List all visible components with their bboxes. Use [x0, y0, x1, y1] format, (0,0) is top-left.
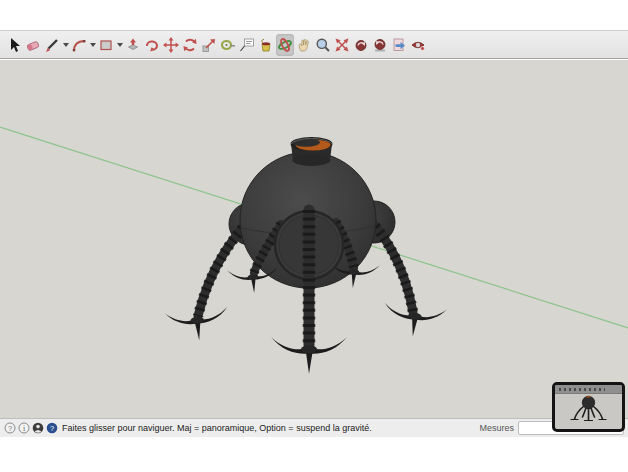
paint-bucket-tool-button[interactable]	[257, 34, 275, 56]
follow-me-tool-button[interactable]	[143, 34, 161, 56]
help-outline-icon[interactable]: ?	[4, 422, 16, 434]
rectangle-icon	[98, 37, 114, 53]
orbit-tool-button[interactable]	[276, 34, 294, 56]
top-hatch	[291, 137, 333, 166]
rotate-icon	[182, 37, 198, 53]
previous-view-icon	[353, 37, 369, 53]
zoom-extents-tool-button[interactable]	[333, 34, 351, 56]
preview-mini-robot	[555, 394, 622, 427]
help-filled-icon[interactable]: ?	[46, 422, 58, 434]
preview-thumbnail-titlebar	[555, 385, 622, 394]
push-pull-icon	[125, 37, 141, 53]
status-message: Faites glisser pour naviguer. Maj = pano…	[62, 423, 372, 433]
info-outline-icon[interactable]: i	[18, 422, 30, 434]
arc-tool-dropdown[interactable]	[89, 34, 96, 56]
arc-tool-button[interactable]	[70, 34, 88, 56]
zoom-magnifier-icon	[315, 37, 331, 53]
sketchup-window: ? i ? Faites glisser pour naviguer. Maj …	[0, 0, 628, 472]
zoom-tool-button[interactable]	[314, 34, 332, 56]
preview-thumbnail-window[interactable]	[552, 382, 625, 432]
spider-robot-model	[165, 137, 447, 374]
main-toolbar	[0, 30, 628, 59]
scale-icon	[201, 37, 217, 53]
orbit-icon	[277, 37, 293, 53]
pan-tool-button[interactable]	[295, 34, 313, 56]
push-pull-tool-button[interactable]	[124, 34, 142, 56]
follow-me-icon	[144, 37, 160, 53]
pan-hand-icon	[296, 37, 312, 53]
previous-view-button[interactable]	[352, 34, 370, 56]
get-models-button[interactable]	[390, 34, 408, 56]
rotate-tool-button[interactable]	[181, 34, 199, 56]
share-model-button[interactable]	[409, 34, 427, 56]
status-bar: ? i ? Faites glisser pour naviguer. Maj …	[0, 418, 628, 437]
arc-icon	[71, 37, 87, 53]
modeling-viewport[interactable]	[0, 60, 628, 418]
text-label-tool-button[interactable]	[238, 34, 256, 56]
share-model-icon	[410, 37, 426, 53]
status-icons: ? i ?	[0, 422, 62, 434]
tape-measure-tool-button[interactable]	[219, 34, 237, 56]
scale-tool-button[interactable]	[200, 34, 218, 56]
rectangle-tool-dropdown[interactable]	[116, 34, 123, 56]
scene-canvas[interactable]	[0, 60, 628, 418]
select-arrow-icon	[6, 37, 22, 53]
line-tool-button[interactable]	[43, 34, 61, 56]
paint-bucket-icon	[258, 37, 274, 53]
measurements-label: Mesures	[479, 423, 514, 433]
eraser-icon	[25, 37, 41, 53]
zoom-extents-icon	[334, 37, 350, 53]
move-icon	[163, 37, 179, 53]
tape-measure-icon	[220, 37, 236, 53]
svg-text:?: ?	[50, 424, 54, 433]
select-tool-button[interactable]	[5, 34, 23, 56]
move-tool-button[interactable]	[162, 34, 180, 56]
pencil-icon	[44, 37, 60, 53]
eraser-tool-button[interactable]	[24, 34, 42, 56]
svg-text:?: ?	[8, 424, 12, 433]
rectangle-tool-button[interactable]	[97, 34, 115, 56]
next-view-button[interactable]	[371, 34, 389, 56]
line-tool-dropdown[interactable]	[62, 34, 69, 56]
account-icon[interactable]	[32, 422, 44, 434]
text-label-icon	[239, 37, 255, 53]
get-models-icon	[391, 37, 407, 53]
next-view-icon	[372, 37, 388, 53]
